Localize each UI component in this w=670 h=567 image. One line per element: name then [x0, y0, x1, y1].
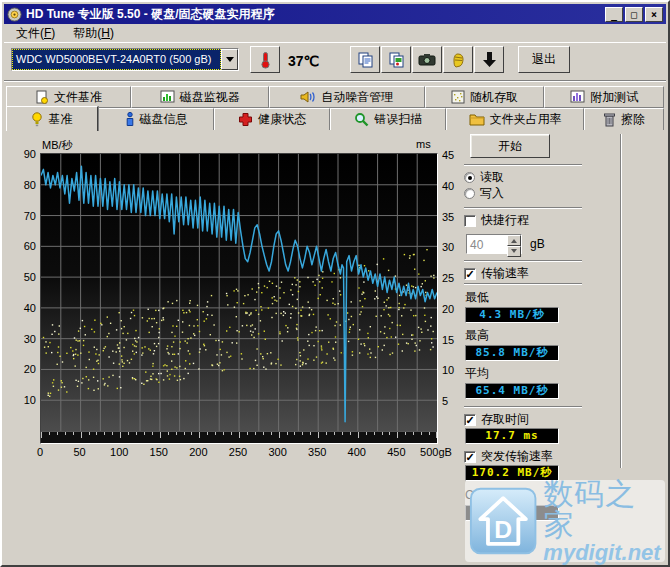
- axis-tick: [191, 432, 192, 435]
- tab-benchmark[interactable]: 基准: [6, 106, 98, 131]
- separator: [464, 260, 582, 262]
- axis-tick: [436, 432, 437, 438]
- access-time-row[interactable]: ✓ 存取时间: [464, 412, 620, 427]
- axis-tick: [247, 432, 248, 435]
- axis-tick: [294, 432, 295, 435]
- spinner-down-button[interactable]: [507, 246, 521, 257]
- shortstroke-checkbox[interactable]: [464, 215, 476, 227]
- axis-tick: [207, 432, 208, 435]
- random-access-icon: [451, 90, 465, 104]
- write-radio[interactable]: [464, 188, 475, 199]
- y-tick-label: 70: [24, 210, 36, 222]
- access-time-checkbox[interactable]: ✓: [464, 414, 476, 426]
- minimize-button[interactable]: _: [605, 7, 623, 22]
- read-radio[interactable]: [464, 172, 475, 183]
- temperature-button[interactable]: [250, 46, 280, 73]
- axis-tick: [112, 432, 113, 435]
- axis-tick: [96, 432, 97, 435]
- copy-image-button[interactable]: [381, 46, 411, 73]
- tab-extra-tests[interactable]: 附加测试: [544, 86, 664, 108]
- avg-value-display: 65.4 MB/秒: [465, 383, 559, 399]
- folder-icon: [469, 113, 485, 126]
- axis-tick: [144, 432, 145, 435]
- menu-help[interactable]: 帮助(H): [65, 23, 122, 44]
- benchmark-chart: MB/秒 ms 908070605040302010 4540353025201…: [2, 130, 462, 475]
- y-tick-label: 25: [442, 272, 454, 284]
- tab-erase[interactable]: 擦除: [584, 108, 664, 130]
- x-axis-ticks: 050100150200250300350400450500gB: [40, 446, 438, 460]
- x-tick-label: 150: [150, 446, 168, 458]
- transfer-rate-checkbox[interactable]: ✓: [464, 268, 476, 280]
- plot-area: [40, 153, 438, 444]
- chevron-down-icon[interactable]: [221, 49, 238, 70]
- y-tick-label: 35: [442, 211, 454, 223]
- maximize-button[interactable]: □: [625, 7, 643, 22]
- spinner-up-button[interactable]: [507, 235, 521, 246]
- axis-tick: [358, 432, 359, 438]
- save-button[interactable]: [474, 46, 504, 73]
- start-button[interactable]: 开始: [470, 134, 550, 158]
- extra-tests-icon: [570, 90, 585, 104]
- x-tick-label: 400: [348, 446, 366, 458]
- shortstroke-row[interactable]: 快捷行程: [464, 213, 620, 228]
- hd-tune-window: HD Tune 专业版 5.50 - 硬盘/固态硬盘实用程序 _ □ × 文件(…: [0, 0, 670, 567]
- x-tick-label: 100: [110, 446, 128, 458]
- left-axis-ticks: 908070605040302010: [10, 154, 36, 431]
- axis-tick: [429, 432, 430, 435]
- axis-tick: [81, 432, 82, 438]
- y-tick-label: 45: [442, 149, 454, 161]
- axis-tick: [160, 432, 161, 438]
- health-cross-icon: [238, 112, 253, 127]
- axis-tick: [136, 432, 137, 435]
- axis-tick: [310, 432, 311, 435]
- access-time-display: 17.7 ms: [465, 428, 559, 444]
- y-tick-label: 40: [24, 302, 36, 314]
- app-icon: [7, 7, 22, 22]
- drive-select[interactable]: WDC WD5000BEVT-24A0RT0 (500 gB): [11, 48, 239, 71]
- separator: [464, 164, 582, 166]
- axis-tick: [326, 432, 327, 435]
- tab-row-primary: 基准 磁盘信息 健康状态 错误扫描 文件夹占用率 擦除: [6, 108, 664, 130]
- y-tick-label: 20: [24, 363, 36, 375]
- copy-text-button[interactable]: [350, 46, 380, 73]
- burst-rate-checkbox[interactable]: ✓: [464, 451, 476, 463]
- burst-rate-row[interactable]: ✓ 突发传输速率: [464, 449, 620, 464]
- axis-tick: [382, 432, 383, 435]
- right-axis-ticks: 45403530252015105: [442, 154, 462, 431]
- tab-error-scan[interactable]: 错误扫描: [330, 108, 446, 130]
- svg-text:D: D: [494, 516, 512, 543]
- copy-text-icon: [357, 51, 374, 69]
- close-button[interactable]: ×: [645, 7, 663, 22]
- tab-file-benchmark[interactable]: 文件基准: [6, 86, 131, 108]
- hand-button[interactable]: [443, 46, 473, 73]
- axis-tick: [120, 432, 121, 438]
- y-tick-label: 80: [24, 179, 36, 191]
- axis-tick: [421, 432, 422, 435]
- transfer-rate-row[interactable]: ✓ 传输速率: [464, 266, 620, 281]
- write-radio-row[interactable]: 写入: [464, 186, 620, 201]
- screenshot-button[interactable]: [412, 46, 442, 73]
- axis-tick: [350, 432, 351, 435]
- tab-folder-usage[interactable]: 文件夹占用率: [446, 108, 584, 130]
- y-tick-label: 15: [442, 334, 454, 346]
- titlebar: HD Tune 专业版 5.50 - 硬盘/固态硬盘实用程序 _ □ ×: [4, 4, 666, 24]
- y-tick-label: 5: [442, 395, 448, 407]
- tab-disk-info[interactable]: 磁盘信息: [98, 108, 214, 130]
- speaker-icon: [300, 90, 316, 104]
- x-tick-label: 200: [189, 446, 207, 458]
- file-benchmark-icon: [35, 90, 49, 105]
- axis-tick: [89, 432, 90, 435]
- tab-disk-monitor[interactable]: 磁盘监视器: [131, 86, 269, 108]
- axis-tick: [176, 432, 177, 435]
- menu-file[interactable]: 文件(F): [8, 23, 63, 44]
- shortstroke-size-spinner[interactable]: 40: [466, 234, 522, 254]
- read-radio-row[interactable]: 读取: [464, 170, 620, 185]
- exit-button[interactable]: 退出: [518, 46, 570, 73]
- tab-health[interactable]: 健康状态: [214, 108, 330, 130]
- tab-aam[interactable]: 自动噪音管理: [269, 86, 425, 108]
- tab-random-access[interactable]: 随机存取: [425, 86, 545, 108]
- axis-tick: [128, 432, 129, 435]
- x-tick-label: 300: [268, 446, 286, 458]
- axis-tick: [374, 432, 375, 435]
- y-tick-label: 60: [24, 240, 36, 252]
